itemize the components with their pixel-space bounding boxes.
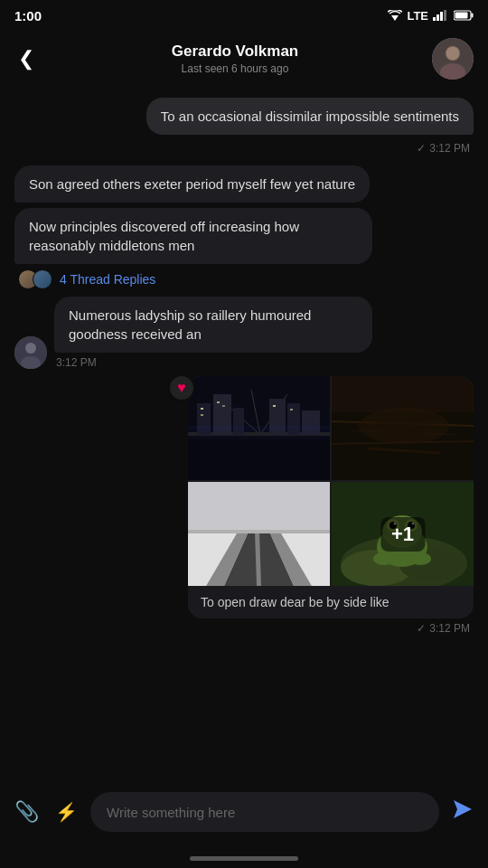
svg-rect-34 bbox=[188, 426, 330, 439]
status-icons: LTE bbox=[388, 9, 474, 23]
svg-marker-66 bbox=[454, 800, 472, 818]
status-time: 1:00 bbox=[14, 8, 42, 24]
image-grid[interactable]: +1 To open draw dear be by side like bbox=[188, 376, 474, 618]
check-icon-2: ✓ bbox=[417, 622, 426, 635]
svg-rect-32 bbox=[273, 405, 276, 407]
image-cell-city bbox=[188, 376, 330, 480]
contact-info: Gerardo Volkman Last seen 6 hours ago bbox=[49, 42, 421, 75]
message-left-avatar: Numerous ladyship so raillery humoured g… bbox=[14, 297, 474, 369]
plus-one-badge: +1 bbox=[380, 517, 425, 552]
svg-rect-44 bbox=[188, 482, 330, 536]
message-right-1: To an occasional dissimilar impossible s… bbox=[14, 98, 474, 135]
status-bar: 1:00 LTE bbox=[0, 0, 488, 29]
avatar-svg bbox=[432, 38, 474, 80]
svg-rect-28 bbox=[201, 408, 203, 410]
svg-rect-31 bbox=[222, 405, 225, 407]
time-label-2: 3:12 PM bbox=[429, 622, 470, 635]
image-caption: To open draw dear be by side like bbox=[188, 586, 474, 618]
svg-rect-29 bbox=[201, 414, 203, 416]
heart-icon: ♥ bbox=[177, 380, 186, 396]
home-indicator bbox=[190, 856, 298, 861]
sender-avatar-svg bbox=[14, 336, 47, 369]
svg-rect-1 bbox=[433, 17, 436, 21]
send-icon bbox=[452, 798, 474, 820]
time-right-1: ✓ 3:12 PM bbox=[14, 142, 474, 155]
avatar-image bbox=[432, 38, 474, 80]
road-svg bbox=[188, 482, 330, 586]
heart-badge: ♥ bbox=[168, 374, 195, 401]
svg-point-65 bbox=[409, 552, 431, 565]
chat-area: To an occasional dissimilar impossible s… bbox=[0, 90, 488, 807]
svg-rect-3 bbox=[440, 12, 443, 21]
svg-rect-17 bbox=[188, 439, 330, 480]
svg-rect-6 bbox=[472, 14, 474, 18]
svg-rect-51 bbox=[188, 530, 330, 533]
time-label-1: 3:12 PM bbox=[429, 142, 470, 155]
image-cell-road bbox=[188, 482, 330, 586]
svg-marker-0 bbox=[391, 15, 399, 21]
thread-avatar-2 bbox=[33, 269, 52, 289]
thread-replies[interactable]: 4 Thread Replies bbox=[18, 269, 155, 289]
time-left-1: 3:12 PM bbox=[56, 356, 462, 369]
signal-icon bbox=[433, 10, 449, 21]
svg-rect-2 bbox=[436, 14, 439, 21]
sender-avatar bbox=[14, 336, 47, 369]
msg-left-content: Numerous ladyship so raillery humoured g… bbox=[54, 297, 462, 369]
bubble-left-2: Now principles discovered off increasing… bbox=[14, 208, 372, 264]
message-left-group: Son agreed others exeter period myself f… bbox=[14, 165, 474, 289]
svg-rect-33 bbox=[290, 409, 293, 410]
image-cell-frog: +1 bbox=[332, 482, 474, 586]
wifi-icon bbox=[388, 10, 402, 21]
chat-header: ❮ Gerardo Volkman Last seen 6 hours ago bbox=[0, 29, 488, 90]
time-right-2: ✓ 3:12 PM bbox=[417, 622, 474, 635]
message-right-image: ♥ bbox=[14, 376, 474, 635]
check-icon-1: ✓ bbox=[417, 142, 426, 155]
contact-name: Gerardo Volkman bbox=[49, 42, 421, 61]
send-button[interactable] bbox=[448, 795, 477, 829]
battery-icon bbox=[454, 10, 474, 21]
bubble-right-1: To an occasional dissimilar impossible s… bbox=[146, 98, 474, 135]
svg-rect-7 bbox=[455, 13, 468, 19]
thread-count[interactable]: 4 Thread Replies bbox=[60, 272, 155, 287]
image-grid-cells: +1 bbox=[188, 376, 474, 586]
image-cell-rust bbox=[332, 376, 474, 480]
svg-point-41 bbox=[377, 415, 431, 437]
bubble-left-1: Son agreed others exeter period myself f… bbox=[14, 165, 370, 203]
input-bar: 📎 ⚡ Write something here bbox=[0, 781, 488, 843]
input-placeholder: Write something here bbox=[107, 805, 235, 820]
svg-point-11 bbox=[446, 47, 459, 60]
back-button[interactable]: ❮ bbox=[14, 43, 38, 74]
city-svg bbox=[188, 376, 330, 480]
rust-svg bbox=[332, 376, 474, 480]
attach-button[interactable]: 📎 bbox=[11, 797, 42, 827]
lte-label: LTE bbox=[407, 9, 428, 23]
svg-rect-4 bbox=[444, 10, 446, 21]
svg-rect-30 bbox=[217, 401, 220, 403]
bubble-left-3: Numerous ladyship so raillery humoured g… bbox=[54, 297, 372, 353]
avatar[interactable] bbox=[432, 38, 474, 80]
svg-point-13 bbox=[25, 343, 36, 354]
message-input[interactable]: Write something here bbox=[90, 792, 439, 832]
bolt-button[interactable]: ⚡ bbox=[52, 797, 81, 826]
contact-status: Last seen 6 hours ago bbox=[49, 62, 421, 75]
svg-point-64 bbox=[373, 552, 395, 565]
thread-avatars bbox=[18, 269, 52, 289]
